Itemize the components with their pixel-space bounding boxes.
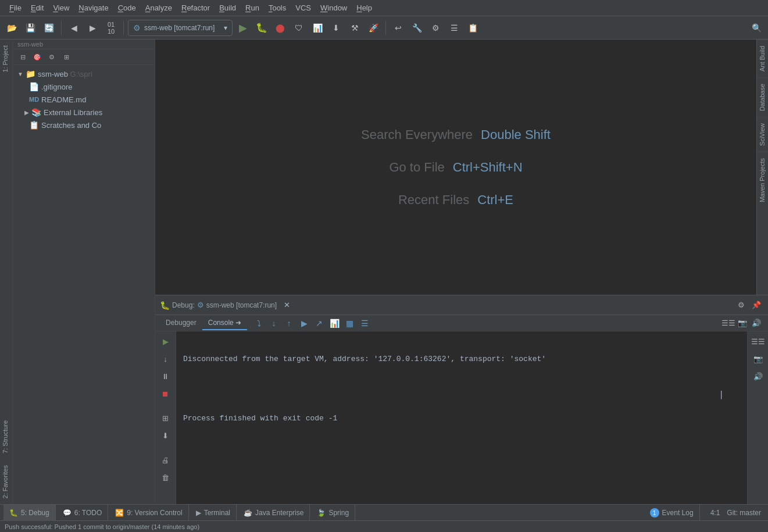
event-log-label: Event Log [662, 509, 694, 517]
back-button[interactable]: ◀ [66, 20, 82, 36]
locate-file-button[interactable]: 🎯 [31, 51, 44, 63]
debug-volume-btn[interactable]: 🔊 [749, 316, 763, 330]
run-button[interactable]: ▶ [235, 20, 251, 36]
step-toolbar: ⤵ ↓ ↑ ▶ ↗ 📊 ▦ ☰ [252, 316, 372, 330]
menu-help[interactable]: Help [352, 2, 377, 13]
git-branch: Git: master [727, 509, 761, 517]
update-button[interactable]: ⬇ [328, 20, 344, 36]
step-out-btn[interactable]: ↑ [282, 316, 296, 330]
collapse-all-button[interactable]: ⊟ [16, 51, 29, 63]
structure-button[interactable]: ☰ [446, 20, 462, 36]
settings-proj-button[interactable]: ⚙ [45, 51, 58, 63]
debug-console-settings-btn[interactable]: ☰☰ [721, 316, 735, 330]
print-btn[interactable]: 🖨 [158, 452, 173, 467]
menu-vcs[interactable]: VCS [291, 2, 316, 13]
build-artifacts-button[interactable]: ⚒ [347, 20, 363, 36]
status-tab-eventlog[interactable]: 1 Event Log [644, 505, 700, 521]
right-tab-maven[interactable]: Maven Projects [757, 152, 768, 208]
project-path: ssm-web [13, 40, 155, 49]
java-tab-icon: ☕ [244, 509, 252, 517]
menu-code[interactable]: Code [113, 2, 141, 13]
clear-console-btn[interactable]: 🗑 [158, 470, 173, 485]
menu-analyze[interactable]: Analyze [141, 2, 177, 13]
terminal-tab-icon: ▶ [196, 509, 201, 517]
folder-icon-ssmweb: 📁 [26, 69, 35, 78]
redo-button[interactable]: 🔧 [409, 20, 425, 36]
save-all-button[interactable]: 💾 [22, 20, 38, 36]
structure-panel-toggle[interactable]: 7: Structure [0, 415, 12, 459]
menu-run[interactable]: Run [241, 2, 264, 13]
evaluate-btn[interactable]: 📊 [327, 316, 341, 330]
undo-button[interactable]: ↩ [390, 20, 406, 36]
status-tab-java[interactable]: ☕ Java Enterprise [238, 505, 310, 521]
audio-btn[interactable]: 🔊 [751, 369, 766, 384]
resume-program-btn[interactable]: ▶ [158, 334, 173, 349]
expand-arrow-ssmweb: ▼ [17, 71, 23, 77]
forward-button[interactable]: ▶ [84, 20, 101, 36]
open-folder-button[interactable]: 📂 [3, 20, 20, 36]
menu-build[interactable]: Build [215, 2, 241, 13]
run-to-cursor-btn[interactable]: ↗ [312, 316, 326, 330]
mute-breakpoints-btn[interactable]: ⬇ [158, 428, 173, 443]
step-into-btn[interactable]: ↓ [267, 316, 281, 330]
menu-navigate[interactable]: Navigate [74, 2, 113, 13]
tree-item-readme[interactable]: MD README.md [13, 93, 155, 106]
debug-pin-btn[interactable]: 📌 [749, 298, 763, 312]
status-tab-spring[interactable]: 🍃 Spring [311, 505, 355, 521]
tree-item-gitignore[interactable]: 📄 .gitignore [13, 80, 155, 93]
tree-label-scratches: Scratches and Co [41, 121, 101, 130]
menu-window[interactable]: Window [316, 2, 352, 13]
status-tab-todo[interactable]: 💬 6: TODO [57, 505, 109, 521]
step-over-btn[interactable]: ⤵ [252, 316, 266, 330]
debug-close-x[interactable]: ✕ [284, 301, 290, 309]
tree-item-ssmweb[interactable]: ▼ 📁 ssm-web G:\spri [13, 67, 155, 80]
editor-main[interactable]: Search Everywhere Double Shift Go to Fil… [155, 40, 756, 295]
search-everywhere-button[interactable]: 🔍 [748, 20, 765, 36]
debug-tab-icon: 🐛 [9, 509, 18, 517]
run-configuration[interactable]: ⚙ ssm-web [tomcat7:run] ▾ [128, 20, 233, 36]
tree-item-extlibs[interactable]: ▶ 📚 External Libraries [13, 106, 155, 119]
right-tab-db[interactable]: Database [757, 77, 768, 117]
menu-view[interactable]: View [48, 2, 74, 13]
git-file-icon: 📄 [29, 82, 39, 91]
scratch-icon: 📋 [29, 120, 39, 130]
notifications-button[interactable]: 📋 [465, 20, 481, 36]
menu-file[interactable]: File [5, 2, 26, 13]
right-tab-sciview[interactable]: SciView [757, 117, 768, 152]
step-down-btn[interactable]: ↓ [158, 351, 173, 366]
coverage-button[interactable]: 🛡 [291, 20, 307, 36]
status-tab-debug[interactable]: 🐛 5: Debug [3, 505, 56, 521]
project-panel-toggle[interactable]: 1: Project [0, 40, 12, 78]
right-tab-ant[interactable]: Ant Build [757, 40, 768, 77]
tab-debugger[interactable]: Debugger [160, 316, 202, 330]
status-tab-vcs[interactable]: 🔀 9: Version Control [109, 505, 188, 521]
menu-tools[interactable]: Tools [264, 2, 291, 13]
pause-btn[interactable]: ⏸ [158, 369, 173, 384]
vcs-button[interactable]: 0110 [103, 20, 119, 36]
tree-label-gitignore: .gitignore [41, 83, 72, 91]
camera-btn[interactable]: 📷 [751, 351, 766, 366]
stop-session-btn[interactable]: ⏹ [158, 386, 173, 401]
editor-container: Search Everywhere Double Shift Go to Fil… [155, 40, 768, 295]
favorites-panel-toggle[interactable]: 2: Favorites [0, 459, 12, 504]
frames-btn[interactable]: ▦ [342, 316, 356, 330]
expand-proj-button[interactable]: ⊞ [60, 51, 73, 63]
stop-button[interactable]: ⬤ [272, 20, 288, 36]
tree-item-scratches[interactable]: 📋 Scratches and Co [13, 119, 155, 131]
settings-button[interactable]: ⚙ [427, 20, 444, 36]
tab-console[interactable]: Console ➜ [202, 316, 247, 330]
status-tab-terminal[interactable]: ▶ Terminal [190, 505, 237, 521]
resume-btn[interactable]: ▶ [297, 316, 311, 330]
debug-button[interactable]: 🐛 [253, 20, 270, 36]
debug-settings-btn[interactable]: ⚙ [734, 298, 748, 312]
sync-button[interactable]: 🔄 [41, 20, 57, 36]
threads-view-btn[interactable]: ☰☰ [751, 334, 766, 349]
debug-screenshot-btn[interactable]: 📷 [735, 316, 749, 330]
spring-tab-icon: 🍃 [317, 509, 326, 517]
menu-edit[interactable]: Edit [26, 2, 48, 13]
profile-button[interactable]: 📊 [309, 20, 326, 36]
view-breakpoints-btn[interactable]: ⊞ [158, 410, 173, 426]
menu-refactor[interactable]: Refactor [177, 2, 215, 13]
deploy-button[interactable]: 🚀 [365, 20, 381, 36]
threads-btn[interactable]: ☰ [358, 316, 372, 330]
